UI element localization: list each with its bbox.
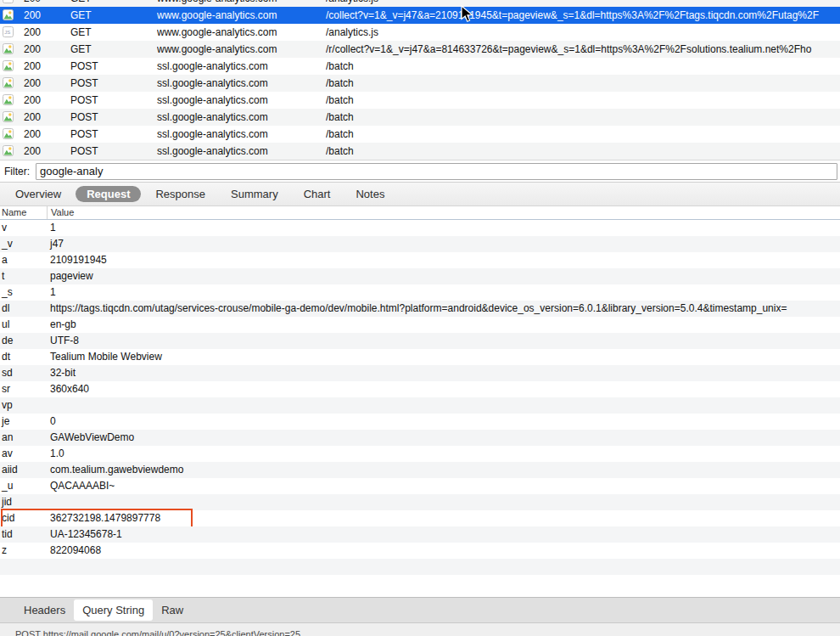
param-value: 360x640 bbox=[47, 381, 840, 397]
request-row[interactable]: 200GETwww.google-analytics.com/r/collect… bbox=[0, 41, 840, 58]
request-path: /collect?v=1&_v=j47&a=2109191945&t=pagev… bbox=[326, 7, 840, 24]
param-row[interactable]: _s1 bbox=[0, 284, 840, 301]
param-row[interactable]: z822094068 bbox=[0, 543, 840, 559]
param-row[interactable]: tpageview bbox=[0, 268, 840, 284]
param-row[interactable]: ulen-gb bbox=[0, 317, 840, 333]
request-method: POST bbox=[70, 58, 157, 75]
param-row[interactable]: _uQACAAAABI~ bbox=[0, 478, 840, 494]
param-row[interactable]: tidUA-12345678-1 bbox=[0, 526, 840, 543]
param-row[interactable]: cid362732198.1479897778 bbox=[0, 510, 840, 526]
request-row-partial[interactable]: JS200GETwww.google-analytics.com/analyti… bbox=[0, 0, 840, 7]
request-row[interactable]: 200POSTssl.google-analytics.com/batch bbox=[0, 92, 840, 109]
param-row[interactable]: vp bbox=[0, 397, 840, 414]
request-row[interactable]: 200POSTssl.google-analytics.com/batch bbox=[0, 126, 840, 143]
param-name: t bbox=[0, 268, 47, 284]
request-method: GET bbox=[70, 0, 157, 7]
param-name: dl bbox=[0, 301, 47, 317]
param-row[interactable]: sr360x640 bbox=[0, 381, 840, 397]
request-path: /batch bbox=[326, 126, 840, 143]
request-row[interactable]: 200POSTssl.google-analytics.com/batch bbox=[0, 75, 840, 92]
request-path: /batch bbox=[326, 58, 840, 75]
tab-response[interactable]: Response bbox=[155, 188, 205, 200]
tab-chart[interactable]: Chart bbox=[304, 188, 331, 200]
request-method: POST bbox=[70, 75, 157, 92]
filter-input[interactable] bbox=[36, 163, 837, 180]
tab-summary[interactable]: Summary bbox=[231, 188, 278, 200]
status-code: 200 bbox=[24, 109, 70, 126]
param-row[interactable]: a2109191945 bbox=[0, 252, 840, 268]
js-file-icon: JS bbox=[0, 24, 24, 41]
param-row[interactable]: deUTF-8 bbox=[0, 333, 840, 349]
param-name: aiid bbox=[0, 462, 47, 478]
request-host: ssl.google-analytics.com bbox=[157, 92, 326, 109]
image-file-icon bbox=[0, 109, 24, 126]
kv-header-value: Value bbox=[47, 206, 840, 219]
status-bar: POST https://mail.google.com/mail/u/0?ve… bbox=[0, 623, 840, 636]
tab-notes[interactable]: Notes bbox=[356, 188, 384, 200]
tab-raw[interactable]: Raw bbox=[153, 599, 192, 621]
param-value: Tealium Mobile Webview bbox=[47, 349, 840, 365]
param-row[interactable]: dtTealium Mobile Webview bbox=[0, 349, 840, 365]
filter-bar: Filter: bbox=[0, 160, 840, 182]
param-value: QACAAAABI~ bbox=[47, 478, 840, 494]
status-code: 200 bbox=[24, 41, 70, 58]
param-value: https://tags.tiqcdn.com/utag/services-cr… bbox=[47, 301, 840, 317]
request-method: POST bbox=[70, 143, 157, 160]
image-file-icon bbox=[0, 58, 24, 75]
request-host: www.google-analytics.com bbox=[157, 41, 326, 58]
tab-query-string[interactable]: Query String bbox=[74, 599, 153, 621]
param-value: 362732198.1479897778 bbox=[47, 510, 840, 526]
param-value: UA-12345678-1 bbox=[47, 526, 840, 543]
request-method: GET bbox=[70, 41, 157, 58]
param-row[interactable]: _vj47 bbox=[0, 236, 840, 252]
filter-label: Filter: bbox=[4, 166, 30, 177]
param-value bbox=[47, 397, 840, 414]
image-file-icon bbox=[0, 126, 24, 143]
tab-headers[interactable]: Headers bbox=[15, 599, 74, 621]
image-file-icon bbox=[0, 75, 24, 92]
js-file-icon: JS bbox=[0, 0, 24, 7]
kv-column-headers: Name Value bbox=[0, 206, 840, 220]
detail-tab-bar: OverviewRequestResponseSummaryChartNotes bbox=[0, 182, 840, 206]
param-name: jid bbox=[0, 494, 47, 510]
request-path: /batch bbox=[326, 143, 840, 160]
param-name: v bbox=[0, 220, 47, 236]
svg-text:JS: JS bbox=[4, 30, 10, 35]
request-row[interactable]: 200POSTssl.google-analytics.com/batch bbox=[0, 109, 840, 126]
param-name: cid bbox=[0, 510, 47, 526]
param-name: av bbox=[0, 446, 47, 462]
param-name: sr bbox=[0, 381, 47, 397]
param-row[interactable]: v1 bbox=[0, 220, 840, 236]
request-row[interactable]: 200POSTssl.google-analytics.com/batch bbox=[0, 143, 840, 160]
request-row[interactable]: JS200GETwww.google-analytics.com/analyti… bbox=[0, 0, 840, 7]
request-path: /batch bbox=[326, 109, 840, 126]
empty-row bbox=[0, 559, 840, 575]
param-row[interactable]: dlhttps://tags.tiqcdn.com/utag/services-… bbox=[0, 301, 840, 317]
request-path: /analytics.js bbox=[326, 24, 840, 41]
param-row[interactable]: je0 bbox=[0, 414, 840, 430]
tab-overview[interactable]: Overview bbox=[15, 188, 61, 200]
param-value: 0 bbox=[47, 414, 840, 430]
request-host: ssl.google-analytics.com bbox=[157, 143, 326, 160]
param-row[interactable]: jid bbox=[0, 494, 840, 510]
param-name: an bbox=[0, 430, 47, 446]
request-row[interactable]: 200POSTssl.google-analytics.com/batch bbox=[0, 58, 840, 75]
param-name: tid bbox=[0, 526, 47, 543]
request-row[interactable]: 200GETwww.google-analytics.com/collect?v… bbox=[0, 7, 840, 24]
param-row[interactable]: aiidcom.tealium.gawebviewdemo bbox=[0, 462, 840, 478]
tab-request[interactable]: Request bbox=[76, 186, 141, 202]
param-name: _u bbox=[0, 478, 47, 494]
param-row[interactable]: sd32-bit bbox=[0, 365, 840, 381]
request-row[interactable]: JS200GETwww.google-analytics.com/analyti… bbox=[0, 24, 840, 41]
param-row[interactable]: av1.0 bbox=[0, 446, 840, 462]
status-code: 200 bbox=[24, 75, 70, 92]
image-file-icon bbox=[0, 92, 24, 109]
request-path: /batch bbox=[326, 75, 840, 92]
param-value: 32-bit bbox=[47, 365, 840, 381]
request-host: ssl.google-analytics.com bbox=[157, 126, 326, 143]
param-name: je bbox=[0, 414, 47, 430]
image-file-icon bbox=[0, 41, 24, 58]
param-row[interactable]: anGAWebViewDemo bbox=[0, 430, 840, 446]
status-bar-text: POST https://mail.google.com/mail/u/0?ve… bbox=[15, 629, 840, 636]
request-method: POST bbox=[70, 109, 157, 126]
